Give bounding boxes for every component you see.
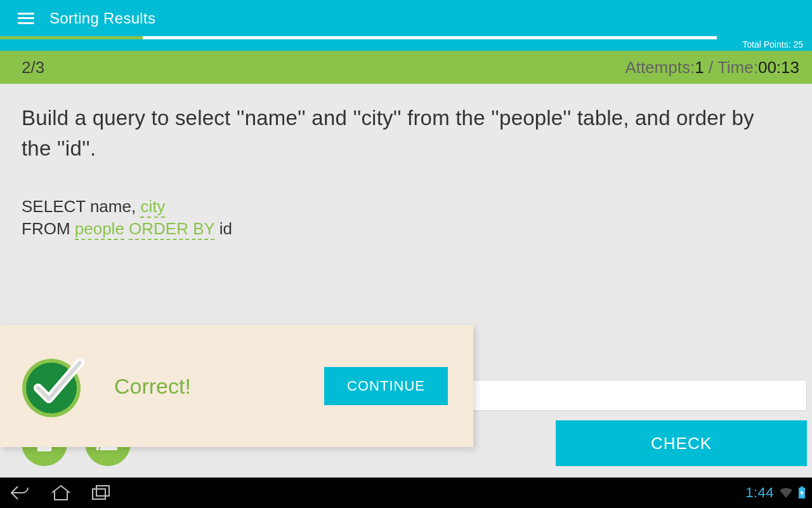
- svg-rect-5: [801, 486, 803, 488]
- progress-bar: [0, 36, 812, 39]
- sep: /: [704, 58, 717, 77]
- android-navbar: 1:44: [0, 478, 812, 508]
- question-progress: 2/3: [22, 58, 44, 77]
- query-text: FROM: [22, 219, 75, 238]
- query-slot-city[interactable]: city: [140, 197, 165, 218]
- work-area: Build a query to select ''name'' and ''c…: [0, 84, 812, 478]
- check-button[interactable]: CHECK: [556, 420, 807, 466]
- checkmark-icon: [19, 351, 89, 421]
- query-slot-people[interactable]: people: [75, 219, 124, 240]
- home-icon[interactable]: [51, 484, 71, 502]
- menu-icon[interactable]: [18, 13, 34, 24]
- battery-icon: [798, 486, 806, 499]
- app-header: Sorting Results Total Points: 25: [0, 0, 812, 51]
- svg-rect-2: [93, 489, 105, 499]
- query-text: SELECT name,: [22, 197, 140, 216]
- query-text: [124, 219, 129, 238]
- recents-icon[interactable]: [91, 485, 112, 500]
- continue-button[interactable]: CONTINUE: [324, 367, 448, 405]
- page-title: Sorting Results: [49, 10, 155, 27]
- back-icon[interactable]: [9, 484, 30, 502]
- wifi-icon: [779, 487, 793, 498]
- attempts-label: Attempts:: [625, 58, 695, 77]
- query-block: SELECT name, city FROM people ORDER BY i…: [22, 196, 790, 240]
- result-popup: Correct! CONTINUE: [0, 325, 473, 447]
- attempts-time: Attempts:1 / Time:00:13: [625, 58, 799, 77]
- total-points-label: Total Points: 25: [742, 39, 803, 50]
- time-label: Time:: [717, 58, 758, 77]
- attempts-value: 1: [695, 58, 704, 77]
- status-bar: 2/3 Attempts:1 / Time:00:13: [0, 51, 812, 84]
- clock: 1:44: [745, 485, 774, 501]
- query-slot-orderby[interactable]: ORDER BY: [129, 219, 214, 240]
- time-value: 00:13: [758, 58, 799, 77]
- svg-rect-3: [96, 486, 109, 496]
- question-prompt: Build a query to select ''name'' and ''c…: [22, 103, 770, 164]
- correct-badge: [19, 351, 89, 421]
- query-text: id: [214, 219, 232, 238]
- popup-message: Correct!: [114, 374, 191, 399]
